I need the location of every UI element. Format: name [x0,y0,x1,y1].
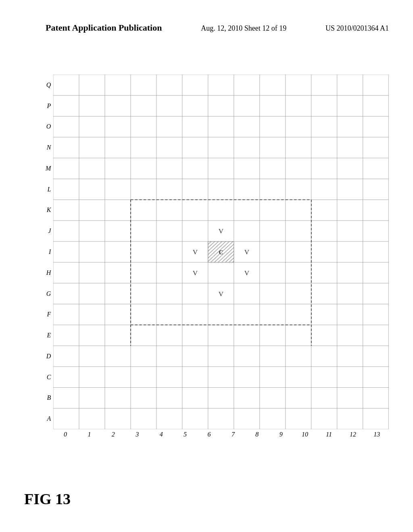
y-label-p: P [46,96,51,116]
y-label-a: A [46,408,51,429]
x-label-2: 2 [101,431,125,438]
svg-text:V: V [219,228,223,235]
y-label-c: C [46,367,51,388]
y-label-m: M [46,158,51,179]
svg-text:V: V [193,269,198,276]
y-label-h: H [46,262,51,283]
x-label-4: 4 [149,431,173,438]
y-label-e: E [46,325,51,346]
svg-text:V: V [193,248,198,256]
y-axis-labels: ABCDEFGHIJKLMNOPQ [46,75,53,429]
y-label-l: L [46,179,51,200]
x-label-5: 5 [173,431,197,438]
grid-wrapper: ABCDEFGHIJKLMNOPQ VVVVVVC 01234567891011… [46,75,389,438]
y-label-b: B [46,387,51,408]
x-label-12: 12 [341,431,365,438]
svg-text:V: V [219,290,223,297]
patent-number: US 2010/0201364 A1 [325,22,389,33]
figure-label: FIG 13 [24,490,71,508]
y-label-o: O [46,116,51,137]
x-axis-labels: 012345678910111213 [53,429,389,438]
x-label-3: 3 [125,431,149,438]
x-label-6: 6 [197,431,221,438]
y-label-g: G [46,283,51,304]
figure-container: ABCDEFGHIJKLMNOPQ VVVVVVC 01234567891011… [46,75,389,438]
y-label-j: J [46,220,51,241]
y-label-k: K [46,200,51,221]
sheet-info: Aug. 12, 2010 Sheet 12 of 19 [201,22,286,33]
x-label-1: 1 [77,431,101,438]
x-label-7: 7 [221,431,245,438]
y-label-d: D [46,346,51,367]
svg-text:V: V [244,248,249,256]
page-header: Patent Application Publication Aug. 12, … [0,0,413,34]
y-label-n: N [46,137,51,158]
x-label-10: 10 [293,431,317,438]
x-label-8: 8 [245,431,269,438]
grid-area: VVVVVVC 012345678910111213 [53,75,389,438]
svg-text:C: C [219,249,223,255]
y-label-i: I [46,241,51,262]
y-label-f: F [46,304,51,325]
x-label-0: 0 [53,431,77,438]
x-label-13: 13 [365,431,389,438]
publication-title: Patent Application Publication [46,22,162,34]
x-label-9: 9 [269,431,293,438]
y-label-q: Q [46,75,51,96]
svg-text:V: V [244,269,249,276]
x-label-11: 11 [317,431,341,438]
